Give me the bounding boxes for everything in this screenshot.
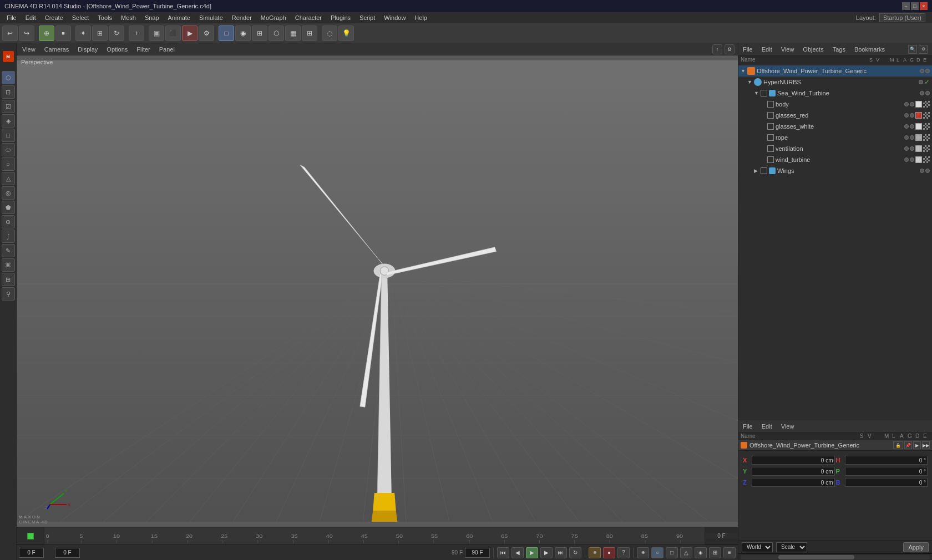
am-nav-btn[interactable]: ▶ bbox=[913, 441, 921, 449]
om-arrow-hypernurbs[interactable]: ▼ bbox=[747, 79, 754, 85]
isoline-view-button[interactable]: ▦ bbox=[285, 26, 301, 41]
play-button[interactable]: ▶ bbox=[526, 547, 538, 558]
render-settings-button[interactable]: ⚙ bbox=[199, 26, 214, 41]
right-panel-scrollbar[interactable] bbox=[738, 553, 932, 560]
tool-sculpt[interactable]: ⌘ bbox=[2, 258, 15, 272]
om-row-offshore[interactable]: ▼ Offshore_Wind_Power_Turbine_Generic bbox=[738, 65, 932, 77]
move-tool-button[interactable]: ✦ bbox=[75, 26, 91, 41]
am-nav2-btn[interactable]: ▶▶ bbox=[922, 441, 930, 449]
mode-list-button[interactable]: ≡ bbox=[723, 547, 736, 558]
tool-box[interactable]: □ bbox=[2, 129, 15, 142]
x-pos-input[interactable] bbox=[752, 456, 835, 465]
menu-character[interactable]: Character bbox=[291, 13, 326, 22]
y-pos-input[interactable] bbox=[752, 467, 835, 476]
tool-paint[interactable]: ✎ bbox=[2, 244, 15, 257]
floor-button[interactable]: ◌ bbox=[322, 26, 337, 41]
tool-check[interactable]: ☑ bbox=[2, 100, 15, 113]
menu-snap[interactable]: Snap bbox=[140, 13, 164, 22]
am-file[interactable]: File bbox=[741, 422, 755, 430]
h-rot-input[interactable] bbox=[845, 456, 928, 465]
prev-frame-button[interactable]: ◀ bbox=[511, 547, 524, 558]
am-edit[interactable]: Edit bbox=[759, 422, 774, 430]
render-active-button[interactable]: ▶ bbox=[182, 26, 197, 41]
mode-circle-button[interactable]: ○ bbox=[651, 547, 663, 558]
box-view-button[interactable]: □ bbox=[219, 26, 234, 41]
new-object-button[interactable]: + bbox=[129, 26, 144, 41]
timeline-ruler[interactable]: 0 5 10 15 20 25 30 35 40 45 50 55 bbox=[44, 527, 705, 544]
render-region-button[interactable]: ▣ bbox=[149, 26, 164, 41]
tool-torus[interactable]: ◎ bbox=[2, 186, 15, 200]
vt-view[interactable]: View bbox=[20, 45, 38, 53]
mode-key-button[interactable]: ⊕ bbox=[637, 547, 649, 558]
keyframe-add-button[interactable]: ⊕ bbox=[589, 547, 601, 558]
tool-curve[interactable]: ∫ bbox=[2, 230, 15, 243]
om-bookmarks[interactable]: Bookmarks bbox=[852, 45, 887, 53]
menu-script[interactable]: Script bbox=[355, 13, 379, 22]
mode-grid-button[interactable]: ⊞ bbox=[709, 547, 721, 558]
render-to-pic-button[interactable]: ⬛ bbox=[165, 26, 181, 41]
vt-cameras[interactable]: Cameras bbox=[42, 45, 72, 53]
tool-cone[interactable]: △ bbox=[2, 172, 15, 185]
texture-view-button[interactable]: ⬡ bbox=[269, 26, 284, 41]
om-file[interactable]: File bbox=[741, 45, 755, 53]
am-pin-btn[interactable]: 📌 bbox=[904, 441, 912, 449]
om-arrow-sea-wind[interactable]: ▼ bbox=[754, 90, 761, 96]
loop-button[interactable]: ↻ bbox=[569, 547, 581, 558]
om-options-btn[interactable]: ⚙ bbox=[919, 45, 928, 54]
menu-render[interactable]: Render bbox=[227, 13, 256, 22]
p-rot-input[interactable] bbox=[845, 467, 928, 476]
maximize-button[interactable]: □ bbox=[911, 2, 919, 10]
am-lock-btn[interactable]: 🔒 bbox=[893, 441, 903, 449]
h-scroll-track[interactable] bbox=[741, 555, 930, 559]
om-row-body[interactable]: ▶ body bbox=[738, 99, 932, 110]
mode-square-button[interactable]: □ bbox=[666, 547, 678, 558]
om-tags[interactable]: Tags bbox=[830, 45, 848, 53]
tool-diamond[interactable]: ◈ bbox=[2, 114, 15, 128]
world-select[interactable]: World bbox=[742, 542, 773, 552]
menu-select[interactable]: Select bbox=[68, 13, 94, 22]
phong-view-button[interactable]: ◉ bbox=[235, 26, 251, 41]
tool-sphere[interactable]: ○ bbox=[2, 157, 15, 171]
3d-viewport[interactable]: Perspective Y X Z MAXON CINEMA 4D bbox=[17, 55, 738, 527]
close-button[interactable]: × bbox=[920, 2, 928, 10]
menu-help[interactable]: Help bbox=[410, 13, 432, 22]
scale-select[interactable]: Scale bbox=[776, 542, 807, 552]
tool-perspective[interactable]: ⬡ bbox=[2, 71, 15, 84]
tool-cylinder[interactable]: ⬭ bbox=[2, 143, 15, 156]
om-arrow-wings[interactable]: ▶ bbox=[754, 168, 761, 174]
vt-settings[interactable]: ⚙ bbox=[725, 44, 735, 54]
z-pos-input[interactable] bbox=[752, 478, 835, 487]
light-button[interactable]: 💡 bbox=[338, 26, 354, 41]
multiview-button[interactable]: ⊞ bbox=[302, 26, 317, 41]
current-frame-input[interactable] bbox=[19, 548, 44, 558]
om-row-rope[interactable]: ▶ rope bbox=[738, 132, 932, 143]
om-row-sea-wind[interactable]: ▼ Sea_Wind_Turbine bbox=[738, 88, 932, 99]
menu-window[interactable]: Window bbox=[379, 13, 410, 22]
tool-polygon[interactable]: ⬟ bbox=[2, 201, 15, 214]
menu-tools[interactable]: Tools bbox=[93, 13, 116, 22]
redo-button[interactable]: ↪ bbox=[19, 26, 34, 41]
h-scroll-thumb[interactable] bbox=[778, 555, 854, 559]
om-row-wings[interactable]: ▶ Wings bbox=[738, 165, 932, 176]
next-frame-button[interactable]: ▶ bbox=[540, 547, 553, 558]
tool-select[interactable]: ⊡ bbox=[2, 85, 15, 99]
menu-mograph[interactable]: MoGraph bbox=[256, 13, 291, 22]
record-button[interactable]: ● bbox=[603, 547, 615, 558]
mode-triangle-button[interactable]: △ bbox=[680, 547, 692, 558]
om-view[interactable]: View bbox=[779, 45, 797, 53]
menu-animate[interactable]: Animate bbox=[164, 13, 195, 22]
go-start-button[interactable]: ⏮ bbox=[497, 547, 509, 558]
menu-plugins[interactable]: Plugins bbox=[326, 13, 355, 22]
vt-options[interactable]: Options bbox=[104, 45, 130, 53]
b-rot-input[interactable] bbox=[845, 478, 928, 487]
menu-edit[interactable]: Edit bbox=[21, 13, 40, 22]
om-row-glasses-red[interactable]: ▶ glasses_red bbox=[738, 110, 932, 121]
vt-filter[interactable]: Filter bbox=[134, 45, 152, 53]
om-row-glasses-white[interactable]: ▶ glasses_white bbox=[738, 121, 932, 132]
om-objects[interactable]: Objects bbox=[801, 45, 825, 53]
om-row-ventilation[interactable]: ▶ ventilation bbox=[738, 143, 932, 154]
go-end-button[interactable]: ⏭ bbox=[555, 547, 567, 558]
menu-simulate[interactable]: Simulate bbox=[195, 13, 227, 22]
frame-counter-display[interactable] bbox=[55, 548, 80, 558]
om-row-wind-turbine[interactable]: ▶ wind_turbine bbox=[738, 154, 932, 165]
